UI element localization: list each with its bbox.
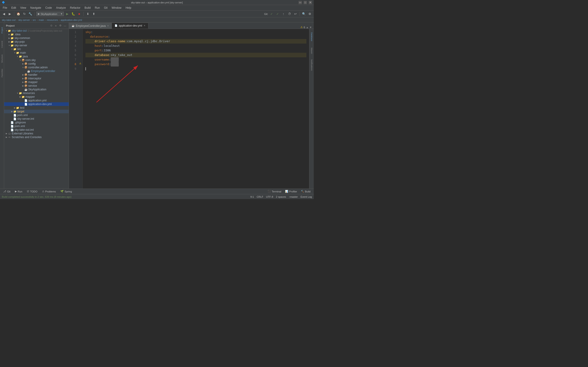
tree-test[interactable]: ▶ 📁 test [4, 106, 69, 110]
bottom-tab-git[interactable]: ⎇ Git [1, 190, 12, 193]
panel-icon-locate[interactable]: ⊙ [49, 24, 53, 27]
tree-pom-server[interactable]: 📄 pom.xml [4, 113, 69, 117]
tab-application-dev[interactable]: 📄 application-dev.yml ✕ [112, 23, 148, 29]
tree-resources[interactable]: ▾ 📁 resources [4, 91, 69, 95]
indent-label[interactable]: 2 spaces [276, 195, 286, 198]
git-check1[interactable]: ✓ [269, 11, 274, 17]
tree-idea[interactable]: ▶ 📁 .idea [4, 33, 69, 36]
git-update-btn[interactable]: ⬇ [85, 11, 90, 17]
tree-service[interactable]: ▶ 📦 service [4, 84, 69, 88]
event-log[interactable]: Event Log [300, 195, 312, 198]
settings-btn[interactable]: ⚙ [307, 11, 312, 17]
bottom-tab-terminal[interactable]: ⬛ Terminal [266, 190, 283, 193]
minimize-btn[interactable]: — [299, 1, 302, 4]
home-btn[interactable]: 🏠 [16, 11, 21, 17]
tools-btn[interactable]: 🔧 [28, 11, 33, 17]
tab-maven[interactable]: Maven [310, 44, 314, 58]
stop-btn[interactable]: ■ [77, 11, 82, 17]
menu-view[interactable]: View [18, 6, 28, 10]
tree-external-libs[interactable]: ▶ 🗂 External Libraries [4, 132, 69, 135]
tree-gitignore[interactable]: 📄 .gitignore [4, 121, 69, 124]
tree-interceptor[interactable]: ▶ 📦 interceptor [4, 77, 69, 80]
search-btn[interactable]: 🔍 [301, 11, 306, 17]
bottom-tab-profiler[interactable]: 📊 Profiler [283, 190, 299, 193]
menu-edit[interactable]: Edit [9, 6, 18, 10]
bottom-tab-run[interactable]: ▶ Run [13, 190, 24, 193]
git-check2[interactable]: ✓ [275, 11, 280, 17]
git-arrow[interactable]: ↑ [281, 11, 286, 17]
tree-sky-server[interactable]: ▾ 📁 sky-server [4, 44, 69, 47]
tab-notifications[interactable]: Notifications [310, 58, 314, 72]
tab-project[interactable]: Project [0, 23, 4, 37]
tree-application-dev-yml[interactable]: 📄 application-dev.yml [4, 102, 69, 106]
tab-close-employee[interactable]: ✕ [107, 25, 109, 27]
bottom-tab-build[interactable]: 🔨 Build [299, 190, 312, 193]
breadcrumb-root[interactable]: sky-take-out [2, 19, 16, 21]
tree-target[interactable]: ▶ 📁 target [4, 110, 69, 113]
tree-controller-admin[interactable]: ▾ 📦 controller.admin [4, 66, 69, 69]
tree-mapper-res[interactable]: ▶ 📁 mapper [4, 95, 69, 99]
tree-java[interactable]: ▾ 📁 java [4, 55, 69, 58]
menu-code[interactable]: Code [43, 6, 54, 10]
tree-sky-take-out-iml[interactable]: 📄 sky-take-out.iml [4, 128, 69, 132]
breadcrumb-file[interactable]: application-dev.yml [61, 19, 82, 21]
menu-window[interactable]: Window [110, 6, 123, 10]
menu-navigate[interactable]: Navigate [28, 6, 43, 10]
menu-build[interactable]: Build [83, 6, 93, 10]
tree-sky-pojo[interactable]: ▶ 📁 sky-pojo [4, 40, 69, 44]
undo-btn[interactable]: ↩ [293, 11, 298, 17]
menu-git[interactable]: Git [102, 6, 109, 10]
breadcrumb-main[interactable]: main [39, 19, 44, 21]
tree-sky-common[interactable]: ▶ 📁 sky-common [4, 36, 69, 40]
line-ending[interactable]: CRLF [257, 195, 263, 198]
tree-main[interactable]: ▾ 📁 main [4, 51, 69, 55]
tree-pom-root[interactable]: 📄 pom.xml [4, 124, 69, 128]
tree-sky-server-iml[interactable]: 📄 sky-server.iml [4, 117, 69, 121]
panel-icon-close[interactable]: — [63, 24, 67, 27]
tab-commit[interactable]: Commit [0, 38, 4, 51]
tree-scratches[interactable]: ▶ ✏ Scratches and Consoles [4, 135, 69, 139]
bottom-tab-problems[interactable]: ⚠ Problems [40, 190, 58, 193]
tab-close-dev-yml[interactable]: ✕ [144, 24, 145, 27]
breadcrumb-src[interactable]: src [33, 19, 36, 21]
forward-btn[interactable]: ▶ [7, 11, 12, 17]
breadcrumb-sky-server[interactable]: sky-server [18, 19, 30, 21]
refresh-btn[interactable]: ↻ [22, 11, 27, 17]
menu-analyze[interactable]: Analyze [54, 6, 68, 10]
breadcrumb-resources[interactable]: resources [47, 19, 58, 21]
menu-refactor[interactable]: Refactor [68, 6, 82, 10]
panel-icon-collapse[interactable]: ≡ [54, 24, 58, 27]
tree-application-yml[interactable]: 📄 application.yml [4, 99, 69, 102]
tree-mapper[interactable]: ▶ 📦 mapper [4, 80, 69, 84]
chevron-up[interactable]: ▲ [306, 26, 309, 29]
window-controls[interactable]: — □ ✕ [299, 1, 312, 4]
menu-file[interactable]: File [1, 6, 9, 10]
panel-icon-settings[interactable]: ⚙ [59, 24, 62, 27]
bottom-tab-todo[interactable]: ☑ TODO [25, 190, 39, 193]
close-btn[interactable]: ✕ [309, 1, 312, 4]
debug-btn[interactable]: 🐛 [71, 11, 76, 17]
branch-label[interactable]: ↑master [289, 195, 298, 198]
tree-root[interactable]: ▾ 📁 sky-take-out D:\code\IdeaProjects\sk… [4, 29, 69, 33]
bottom-tab-spring[interactable]: 🌱 Spring [59, 190, 74, 193]
menu-help[interactable]: Help [124, 6, 133, 10]
encoding[interactable]: UTF-8 [266, 195, 273, 198]
cursor-position[interactable]: 9:1 [250, 195, 254, 198]
back-btn[interactable]: ◀ [1, 11, 6, 17]
git-clock[interactable]: ⏱ [287, 11, 292, 17]
tree-handler[interactable]: ▶ 📦 handler [4, 73, 69, 77]
tree-employee-controller[interactable]: ☕ EmployeeController [4, 69, 69, 73]
tab-structure[interactable]: Structure [0, 52, 4, 66]
tree-config[interactable]: ▶ 📦 config [4, 62, 69, 66]
git-push-btn[interactable]: ⬆ [91, 11, 96, 17]
tab-favorites[interactable]: Favorites [0, 66, 4, 80]
code-editor[interactable]: sky : datasource : driver-class-name : c… [83, 29, 309, 189]
chevron-down[interactable]: ▼ [309, 26, 312, 29]
tree-src[interactable]: ▾ 📁 src [4, 47, 69, 51]
run-btn[interactable]: ▶ [65, 11, 70, 17]
tab-database[interactable]: Database [310, 30, 314, 44]
tab-employee-controller[interactable]: ☕ EmployeeController.java ✕ [69, 23, 112, 29]
run-config-selector[interactable]: ▶ SkyApplication ▾ [36, 12, 64, 16]
menu-run[interactable]: Run [93, 6, 102, 10]
tree-com-sky[interactable]: ▾ 📦 com.sky [4, 58, 69, 62]
